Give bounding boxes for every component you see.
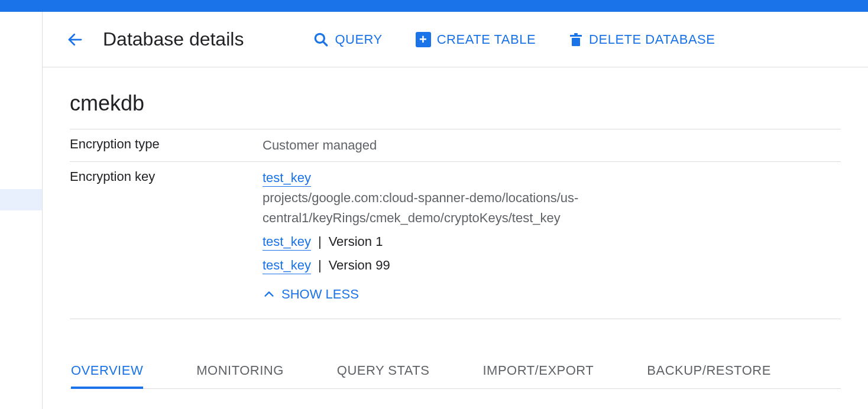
arrow-left-icon bbox=[66, 31, 84, 48]
page-content: Database details QUERY + CREATE TABLE bbox=[43, 12, 868, 389]
encryption-key-value: test_key projects/google.com:cloud-spann… bbox=[263, 168, 641, 307]
tab-overview[interactable]: OVERVIEW bbox=[71, 355, 143, 389]
key-version-value: Version 1 bbox=[329, 234, 383, 249]
create-table-button-label: CREATE TABLE bbox=[437, 32, 536, 47]
details-section: cmekdb Encryption type Customer managed … bbox=[43, 67, 868, 389]
separator: | bbox=[318, 258, 322, 272]
key-version-row: test_key|Version 99 bbox=[263, 255, 641, 275]
key-version-value: Version 99 bbox=[329, 258, 390, 272]
svg-rect-4 bbox=[574, 33, 578, 35]
database-name: cmekdb bbox=[70, 91, 841, 129]
query-button[interactable]: QUERY bbox=[313, 32, 382, 47]
key-version-link[interactable]: test_key bbox=[263, 258, 311, 274]
tabs: OVERVIEW MONITORING QUERY STATS IMPORT/E… bbox=[70, 355, 841, 389]
search-icon bbox=[313, 32, 329, 47]
delete-database-button-label: DELETE DATABASE bbox=[589, 32, 715, 47]
plus-box-icon: + bbox=[416, 32, 431, 47]
tab-import-export[interactable]: IMPORT/EXPORT bbox=[482, 355, 594, 389]
svg-line-2 bbox=[323, 41, 327, 45]
svg-rect-3 bbox=[570, 35, 582, 37]
left-navigation-rail bbox=[0, 12, 43, 409]
tab-backup-restore[interactable]: BACKUP/RESTORE bbox=[647, 355, 771, 389]
left-rail-selection bbox=[0, 189, 42, 210]
page-title: Database details bbox=[103, 28, 244, 50]
show-less-label: SHOW LESS bbox=[281, 284, 359, 304]
encryption-type-row: Encryption type Customer managed bbox=[70, 129, 841, 161]
query-button-label: QUERY bbox=[335, 32, 382, 47]
top-bar bbox=[0, 0, 868, 12]
encryption-type-value: Customer managed bbox=[263, 135, 377, 155]
key-version-row: test_key|Version 1 bbox=[263, 232, 641, 252]
encryption-key-path: projects/google.com:cloud-spanner-demo/l… bbox=[263, 188, 641, 228]
header-actions: QUERY + CREATE TABLE DELETE DATABASE bbox=[313, 32, 715, 47]
tab-query-stats[interactable]: QUERY STATS bbox=[337, 355, 430, 389]
encryption-key-label: Encryption key bbox=[70, 168, 263, 184]
show-less-button[interactable]: SHOW LESS bbox=[263, 284, 359, 304]
svg-rect-5 bbox=[572, 38, 580, 46]
tab-monitoring[interactable]: MONITORING bbox=[196, 355, 284, 389]
separator: | bbox=[318, 234, 322, 249]
page-header: Database details QUERY + CREATE TABLE bbox=[43, 12, 868, 67]
section-divider bbox=[70, 319, 841, 319]
encryption-key-row: Encryption key test_key projects/google.… bbox=[70, 161, 841, 313]
chevron-up-icon bbox=[263, 288, 276, 301]
key-version-link[interactable]: test_key bbox=[263, 234, 311, 251]
encryption-type-label: Encryption type bbox=[70, 135, 263, 152]
delete-database-button[interactable]: DELETE DATABASE bbox=[569, 32, 715, 47]
encryption-key-link[interactable]: test_key bbox=[263, 170, 311, 187]
trash-icon bbox=[569, 32, 583, 47]
create-table-button[interactable]: + CREATE TABLE bbox=[416, 32, 536, 47]
back-button[interactable] bbox=[66, 31, 84, 48]
